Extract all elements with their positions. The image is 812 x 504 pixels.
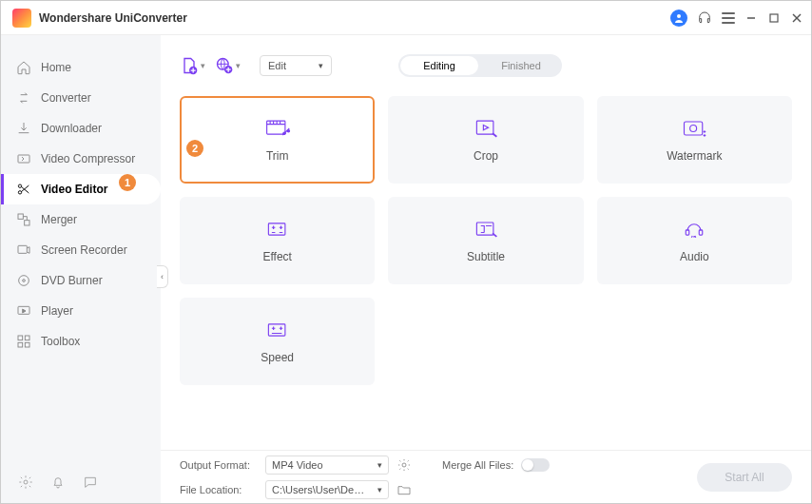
sidebar-item-home[interactable]: Home: [1, 52, 161, 83]
merge-files-toggle[interactable]: [521, 458, 550, 472]
tile-effect[interactable]: Effect: [180, 197, 375, 284]
edit-dropdown[interactable]: Edit ▾: [260, 55, 332, 76]
add-url-button[interactable]: ▾: [215, 56, 241, 75]
merger-icon: [16, 212, 31, 227]
tile-subtitle[interactable]: Subtitle: [388, 197, 583, 284]
tab-editing[interactable]: Editing: [400, 56, 478, 75]
sidebar-item-label: Toolbox: [41, 335, 80, 348]
sidebar-item-dvd-burner[interactable]: DVD Burner: [1, 265, 161, 296]
crop-icon: [473, 117, 499, 140]
tile-label: Subtitle: [467, 250, 505, 263]
sidebar-item-player[interactable]: Player: [1, 296, 161, 326]
svg-rect-26: [685, 122, 703, 135]
settings-gear-icon[interactable]: [396, 457, 412, 473]
minimize-button[interactable]: [744, 11, 758, 25]
chevron-down-icon: ▾: [319, 61, 323, 70]
tab-finished[interactable]: Finished: [480, 54, 562, 77]
bell-icon[interactable]: [50, 475, 66, 490]
svg-rect-15: [25, 336, 29, 340]
svg-rect-2: [770, 14, 778, 22]
annotation-badge-2: 2: [186, 140, 203, 157]
sidebar-item-screen-recorder[interactable]: Screen Recorder: [1, 235, 161, 265]
sidebar-item-label: Converter: [41, 91, 91, 105]
svg-rect-10: [18, 245, 27, 253]
support-headset-icon[interactable]: [697, 10, 712, 26]
gear-icon[interactable]: [18, 475, 33, 490]
maximize-button[interactable]: [767, 11, 781, 25]
editor-grid: Trim Crop Watermark Effect Subtitle: [161, 88, 811, 450]
user-avatar-icon[interactable]: [670, 10, 687, 27]
svg-point-33: [402, 463, 406, 467]
svg-rect-17: [25, 342, 29, 347]
tile-label: Trim: [266, 149, 289, 163]
toolbox-icon: [16, 334, 31, 349]
compress-icon: [16, 151, 31, 166]
chevron-down-icon: ▾: [236, 61, 241, 70]
sidebar-item-label: DVD Burner: [41, 274, 103, 287]
svg-rect-9: [25, 221, 29, 225]
menu-hamburger-icon[interactable]: [722, 12, 735, 24]
feedback-icon[interactable]: [83, 475, 98, 490]
sidebar-item-merger[interactable]: Merger: [1, 204, 161, 235]
merge-files-label: Merge All Files:: [442, 459, 513, 471]
sidebar-item-converter[interactable]: Converter: [1, 83, 161, 113]
converter-icon: [16, 90, 31, 106]
output-format-select[interactable]: MP4 Video▾: [265, 456, 389, 475]
svg-rect-28: [268, 223, 285, 235]
svg-rect-8: [18, 214, 23, 219]
sidebar-item-toolbox[interactable]: Toolbox: [1, 326, 161, 357]
sidebar-item-downloader[interactable]: Downloader: [1, 113, 161, 144]
tile-label: Effect: [262, 250, 291, 263]
footer: Output Format: MP4 Video▾ Merge All File…: [161, 450, 811, 503]
svg-rect-22: [266, 121, 284, 134]
tile-label: Watermark: [667, 149, 722, 163]
sidebar-item-label: Downloader: [41, 122, 102, 135]
folder-icon[interactable]: [396, 482, 412, 497]
annotation-badge-1: 1: [119, 174, 136, 191]
tile-crop[interactable]: Crop: [388, 96, 583, 184]
chevron-down-icon: ▾: [201, 61, 205, 70]
start-all-button[interactable]: Start All: [697, 463, 792, 492]
output-format-label: Output Format:: [180, 459, 258, 471]
sidebar-item-label: Video Compressor: [41, 152, 135, 165]
svg-rect-14: [18, 336, 23, 340]
scissors-icon: [16, 182, 31, 197]
sidebar-item-label: Screen Recorder: [41, 243, 127, 257]
sidebar-item-video-compressor[interactable]: Video Compressor: [1, 144, 161, 174]
play-icon: [16, 303, 31, 319]
main-panel: ▾ ▾ Edit ▾ Editing Finished Tri: [161, 35, 811, 503]
add-file-button[interactable]: ▾: [180, 56, 205, 75]
edit-dropdown-label: Edit: [268, 60, 286, 71]
file-location-select[interactable]: C:\Users\User\Desktop▾: [265, 480, 389, 499]
home-icon: [16, 60, 31, 75]
tile-trim[interactable]: Trim: [180, 96, 375, 184]
recorder-icon: [16, 242, 31, 258]
file-location-value: C:\Users\User\Desktop: [272, 484, 367, 495]
svg-rect-16: [18, 342, 23, 347]
close-button[interactable]: [790, 11, 803, 25]
sidebar-collapse-button[interactable]: ‹: [157, 265, 168, 288]
app-logo-icon: [12, 9, 31, 28]
svg-rect-32: [268, 324, 285, 336]
svg-point-11: [19, 276, 29, 286]
tile-watermark[interactable]: Watermark: [597, 96, 792, 184]
sidebar-item-video-editor[interactable]: Video Editor: [1, 174, 161, 204]
app-window: Wondershare UniConverter Home Converter: [0, 0, 812, 504]
sidebar-item-label: Player: [41, 304, 73, 318]
tile-audio[interactable]: Audio: [597, 197, 792, 284]
tile-speed[interactable]: Speed: [180, 298, 375, 385]
titlebar: Wondershare UniConverter: [1, 1, 811, 35]
tile-label: Speed: [261, 351, 294, 364]
sidebar: Home Converter Downloader Video Compress…: [1, 35, 161, 503]
speed-icon: [264, 319, 291, 341]
download-icon: [16, 121, 31, 136]
audio-icon: [681, 218, 707, 241]
disc-icon: [16, 273, 31, 288]
subtitle-icon: [473, 218, 499, 241]
sidebar-item-label: Home: [41, 61, 71, 74]
svg-point-6: [18, 184, 21, 187]
watermark-icon: [681, 117, 707, 140]
sidebar-item-label: Merger: [41, 213, 77, 226]
chevron-down-icon: ▾: [377, 460, 382, 470]
svg-rect-25: [476, 121, 493, 134]
